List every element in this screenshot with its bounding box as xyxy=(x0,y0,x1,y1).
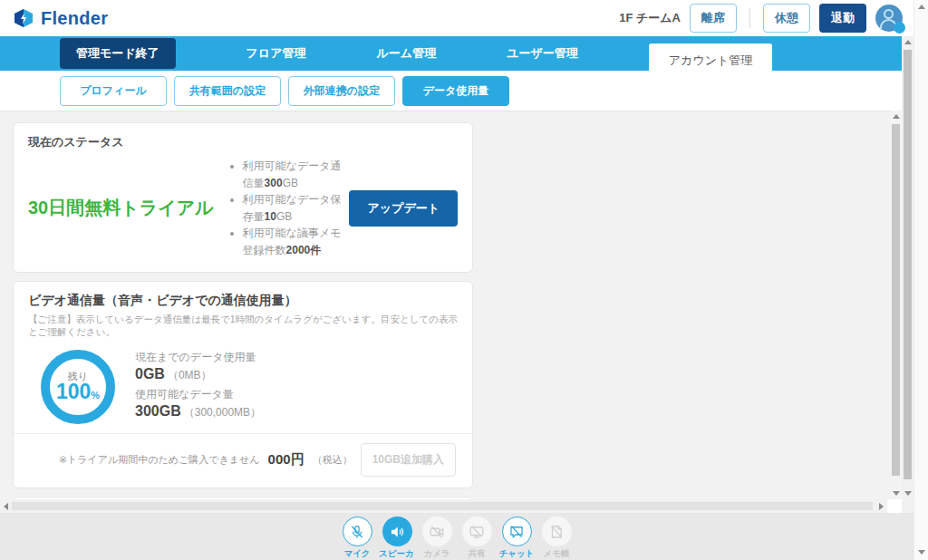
data-usage-stats: 現在までのデータ使用量 0GB（0MB） 使用可能なデータ量 300GB（300… xyxy=(135,350,261,424)
purchase-restriction-note: ※トライアル期間中のためご購入できません xyxy=(59,453,260,467)
data-usage-content: 現在のステータス 30日間無料トライアル 利用可能なデータ通信量300GB 利用… xyxy=(0,111,890,499)
subtab-profile[interactable]: プロフィール xyxy=(60,76,167,106)
scroll-right-arrow[interactable] xyxy=(879,503,884,510)
break-button[interactable]: 休憩 xyxy=(763,4,810,33)
current-status-card: 現在のステータス 30日間無料トライアル 利用可能なデータ通信量300GB 利用… xyxy=(13,122,473,273)
inner-scroll-up-arrow[interactable] xyxy=(893,114,900,119)
scrollbar-corner xyxy=(902,499,914,513)
subtab-external-integration[interactable]: 外部連携の設定 xyxy=(288,76,395,106)
top-header: Flender 1F チームA 離席 休憩 退勤 xyxy=(0,0,914,36)
nav-user-management[interactable]: ユーザー管理 xyxy=(507,45,578,62)
video-card-note: 【ご注意】表示しているデータ通信量は最長で1時間のタイムラグがございます。目安と… xyxy=(28,314,458,339)
stat-data-used: 現在までのデータ使用量 0GB（0MB） xyxy=(135,350,261,384)
camera-off-icon xyxy=(429,524,445,540)
screen-share-off-icon xyxy=(469,524,485,540)
outer-scroll-up-arrow[interactable] xyxy=(918,5,925,9)
user-avatar[interactable] xyxy=(875,5,903,32)
avatar-person-icon xyxy=(884,9,894,19)
chat-label: チャット xyxy=(499,548,535,560)
horizontal-scrollbar[interactable] xyxy=(0,499,887,513)
chat-toggle[interactable]: チャット xyxy=(498,517,535,560)
buy-10gb-button-disabled[interactable]: 10GB追加購入 xyxy=(361,443,456,477)
status-card-title: 現在のステータス xyxy=(28,134,458,150)
plan-limit-item: 利用可能なデータ保存量10GB xyxy=(243,191,350,225)
memo-label: メモ帳 xyxy=(544,548,570,560)
inner-scrollbar-thumb[interactable] xyxy=(892,124,900,476)
mic-label: マイク xyxy=(343,548,370,560)
plan-limit-item: 利用可能な議事メモ登録件数2000件 xyxy=(243,225,350,258)
leave-button[interactable]: 退勤 xyxy=(819,4,866,33)
data-remaining-gauge-group: 残り 100% 現在までのデータ使用量 0GB（0MB） 使用可能なデータ量 3… xyxy=(41,350,261,424)
camera-label: カメラ xyxy=(423,548,450,560)
away-button[interactable]: 離席 xyxy=(690,4,737,33)
middle-vertical-scrollbar[interactable] xyxy=(902,36,914,499)
nav-room-management[interactable]: ルーム管理 xyxy=(377,45,437,62)
brand-logo: Flender xyxy=(13,7,108,29)
mic-muted-icon xyxy=(349,524,365,540)
account-subnav: プロフィール 共有範囲の設定 外部連携の設定 データ使用量 xyxy=(0,71,914,111)
share-label: 共有 xyxy=(469,548,486,560)
horizontal-scrollbar-thumb[interactable] xyxy=(12,502,873,510)
speaker-toggle[interactable]: スピーカー xyxy=(379,517,415,560)
outer-vertical-scrollbar[interactable] xyxy=(914,0,928,560)
update-plan-button[interactable]: アップデート xyxy=(349,190,458,227)
brand-name: Flender xyxy=(41,8,108,29)
memo-toggle[interactable]: メモ帳 xyxy=(538,517,575,560)
inner-scroll-down-arrow[interactable] xyxy=(893,491,900,496)
speaker-label: スピーカー xyxy=(379,548,415,560)
exit-admin-mode-button[interactable]: 管理モード終了 xyxy=(60,38,176,69)
tax-included-label: （税込） xyxy=(313,453,353,467)
header-divider xyxy=(749,8,750,28)
header-actions: 1F チームA 離席 休憩 退勤 xyxy=(619,4,903,33)
mic-toggle[interactable]: マイク xyxy=(339,517,375,560)
purchase-row: ※トライアル期間中のためご購入できません 000円 （税込） 10GB追加購入 xyxy=(28,434,458,478)
stat-data-available: 使用可能なデータ量 300GB（300,000MB） xyxy=(135,387,261,421)
outer-scroll-down-arrow[interactable] xyxy=(918,550,925,555)
admin-nav-bar: 管理モード終了 フロア管理 ルーム管理 ユーザー管理 アカウント管理 xyxy=(0,36,914,71)
plan-limit-item: 利用可能なデータ通信量300GB xyxy=(243,158,350,191)
video-traffic-card: ビデオ通信量（音声・ビデオでの通信使用量） 【ご注意】表示しているデータ通信量は… xyxy=(13,281,473,488)
inner-vertical-scrollbar[interactable] xyxy=(890,111,902,499)
app-window: Flender 1F チームA 離席 休憩 退勤 管理モード終了 フロア管理 ル… xyxy=(0,0,928,560)
purchase-price: 000円 xyxy=(268,451,304,468)
nav-account-management-active-tab[interactable]: アカウント管理 xyxy=(649,43,773,78)
screen-share-toggle[interactable]: 共有 xyxy=(459,517,495,560)
team-label: 1F チームA xyxy=(619,10,681,26)
middle-scrollbar-thumb[interactable] xyxy=(904,50,912,479)
chat-off-icon xyxy=(508,524,525,540)
middle-scroll-down-arrow[interactable] xyxy=(904,491,912,496)
subtab-data-usage-active[interactable]: データ使用量 xyxy=(402,76,509,106)
speaker-on-icon xyxy=(389,524,405,540)
middle-scroll-up-arrow[interactable] xyxy=(904,40,912,44)
flender-cube-icon xyxy=(13,7,34,29)
scroll-left-arrow[interactable] xyxy=(4,503,8,510)
subtab-share-scope[interactable]: 共有範囲の設定 xyxy=(174,76,281,106)
meeting-toolbar: マイク スピーカー カメラ xyxy=(0,513,914,560)
memo-off-icon xyxy=(548,524,565,540)
video-card-title: ビデオ通信量（音声・ビデオでの通信使用量） xyxy=(28,293,458,309)
camera-toggle[interactable]: カメラ xyxy=(419,517,455,560)
plan-limits-list: 利用可能なデータ通信量300GB 利用可能なデータ保存量10GB 利用可能な議事… xyxy=(228,158,350,259)
trial-plan-label: 30日間無料トライアル xyxy=(28,196,214,220)
nav-floor-management[interactable]: フロア管理 xyxy=(246,45,306,62)
data-remaining-donut-gauge: 残り 100% xyxy=(41,350,115,424)
